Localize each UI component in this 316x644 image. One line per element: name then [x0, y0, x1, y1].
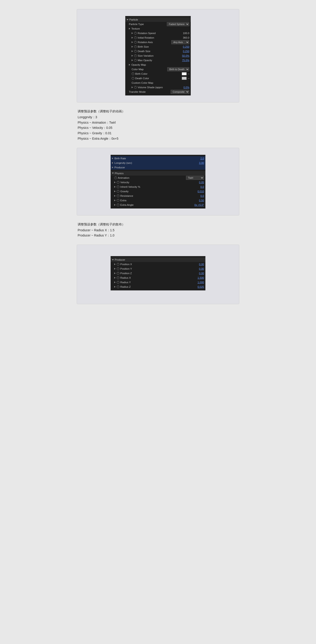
producer-top-label: Producer: [114, 166, 204, 169]
rotation-axis-label: Rotation Axis: [138, 41, 171, 44]
opacity-map-arrow: [129, 64, 130, 66]
color-map-dropdown[interactable]: Birth to Death: [167, 67, 189, 71]
velocity-stopwatch: [117, 181, 120, 184]
text1-velocity: Physics ~ Velocity：0.05: [78, 125, 238, 131]
gravity-arrow: [114, 190, 116, 192]
radius-z-row: Radius Z 0.025: [110, 284, 206, 289]
death-color-arrow-icon: ⇒: [188, 77, 189, 80]
extra-angle-label: Extra Angle: [120, 204, 194, 206]
rotation-speed-stopwatch: [134, 32, 137, 34]
text-section-1: 调整预设参数（调整粒子的动画） Longgrvity：3 Physics ~ A…: [77, 109, 239, 142]
animation-stopwatch: [114, 176, 117, 179]
resistance-value[interactable]: 0.0: [200, 194, 204, 197]
particle-type-dropdown[interactable]: Faded Sphere: [167, 22, 189, 26]
birth-color-row: Birth Color ⇒: [125, 72, 191, 76]
physics-section-header: Physics: [110, 171, 206, 176]
position-x-value[interactable]: 0.00: [199, 263, 204, 266]
ae-particle-panel: Particle Particle Type Faded Sphere Text…: [125, 16, 191, 96]
birth-color-swatch[interactable]: [182, 72, 187, 75]
extra-value[interactable]: 0.50: [199, 199, 204, 202]
inherit-velocity-stopwatch: [117, 186, 120, 188]
rotation-axis-arrow: [132, 41, 133, 43]
animation-dropdown[interactable]: Twirl: [186, 176, 204, 180]
position-x-arrow: [114, 263, 116, 265]
velocity-value[interactable]: 0.05: [199, 181, 204, 184]
text2-radius-x: Producer ~ Radius X：1.5: [78, 228, 238, 233]
physics-section-label: Physics: [115, 172, 204, 175]
particle-type-row: Particle Type Faded Sphere: [125, 22, 191, 26]
radius-z-value[interactable]: 0.025: [198, 286, 204, 288]
position-x-label: Position X: [120, 263, 199, 266]
death-color-row: Death Color ⇒: [125, 76, 191, 80]
death-size-label: Death Size: [138, 50, 183, 52]
ae-producer-panel: Producer Position X 0.00 Position Y 0.00…: [110, 256, 206, 290]
rotation-speed-row: Rotation Speed 100.0: [125, 31, 191, 36]
inherit-velocity-row: Inherit Velocity % 0.0: [110, 184, 206, 189]
max-opacity-value[interactable]: 75.0%: [182, 59, 189, 62]
death-color-swatch[interactable]: [182, 77, 187, 80]
longevity-label: Longevity (sec): [114, 162, 199, 164]
gravity-row: Gravity 0.010: [110, 189, 206, 194]
max-opacity-arrow: [132, 59, 133, 61]
birth-size-stopwatch: [134, 45, 137, 48]
velocity-arrow: [114, 182, 116, 183]
size-variation-stopwatch: [134, 54, 137, 57]
birth-rate-row: Birth Rate 2.0: [110, 156, 206, 161]
text2-title: 调整预设参数（调整粒子的散布）: [78, 222, 238, 227]
animation-label: Animation: [118, 176, 186, 179]
radius-y-stopwatch: [117, 281, 120, 284]
death-color-label: Death Color: [135, 77, 182, 80]
radius-z-label: Radius Z: [120, 286, 198, 288]
extra-angle-stopwatch: [117, 204, 120, 206]
screenshot-panel-3: Producer Position X 0.00 Position Y 0.00…: [77, 244, 239, 304]
screenshot-panel-2: Birth Rate 2.0 Longevity (sec) 3.00 Prod…: [77, 148, 239, 216]
transfer-mode-dropdown[interactable]: Composite: [171, 90, 189, 94]
particle-section-triangle: [127, 19, 128, 20]
rotation-axis-dropdown[interactable]: Any Axis: [171, 40, 189, 44]
position-y-value[interactable]: 0.00: [199, 268, 204, 270]
volume-shade-value[interactable]: 0.0%: [184, 86, 189, 89]
radius-x-label: Radius X: [120, 276, 198, 279]
resistance-arrow: [114, 195, 116, 197]
extra-arrow: [114, 200, 116, 201]
initial-rotation-stopwatch: [134, 36, 137, 39]
death-size-stopwatch: [134, 50, 137, 52]
extra-angle-arrow: [114, 204, 116, 206]
extra-stopwatch: [117, 199, 120, 202]
text1-animation: Physics ~ Animation：Twirl: [78, 120, 238, 126]
radius-x-value[interactable]: 1.500: [198, 276, 204, 279]
birth-size-value[interactable]: 0.250: [183, 45, 189, 48]
inherit-velocity-value[interactable]: 0.0: [200, 186, 204, 188]
radius-x-stopwatch: [117, 276, 120, 279]
position-z-value[interactable]: 0.00: [199, 272, 204, 274]
position-y-arrow: [114, 268, 116, 270]
velocity-label: Velocity: [120, 181, 199, 184]
color-map-label: Color Map: [132, 68, 167, 71]
rotation-speed-arrow: [132, 32, 133, 34]
death-size-value[interactable]: 0.250: [183, 50, 189, 52]
radius-y-row: Radius Y 1.000: [110, 280, 206, 284]
transfer-mode-row: Transfer Mode Composite: [125, 90, 191, 94]
texture-row: Texture: [125, 26, 191, 31]
max-opacity-label: Max Opacity: [138, 59, 182, 62]
birth-color-label: Birth Color: [135, 72, 182, 75]
text2-radius-y: Producer ~ Radius Y：1.0: [78, 233, 238, 238]
gravity-label: Gravity: [120, 190, 198, 193]
position-y-stopwatch: [117, 268, 120, 270]
volume-shade-stopwatch: [134, 86, 137, 89]
birth-rate-value[interactable]: 2.0: [200, 157, 204, 160]
texture-arrow: [129, 28, 130, 30]
longevity-value[interactable]: 3.00: [199, 162, 204, 164]
radius-z-stopwatch: [117, 286, 120, 288]
resistance-row: Resistance 0.0: [110, 194, 206, 198]
text1-gravity: Physics ~ Gravity：0.01: [78, 131, 238, 136]
extra-angle-row: Extra Angle 0x +5.0°: [110, 203, 206, 207]
death-size-row: Death Size 0.250: [125, 49, 191, 54]
extra-angle-value[interactable]: 0x +5.0°: [194, 204, 204, 206]
radius-y-label: Radius Y: [120, 281, 198, 284]
particle-section-header: Particle: [125, 17, 191, 22]
radius-y-value[interactable]: 1.000: [198, 281, 204, 284]
size-variation-arrow: [132, 55, 133, 57]
size-variation-value[interactable]: 50.0%: [182, 54, 189, 57]
gravity-value[interactable]: 0.010: [198, 190, 204, 193]
